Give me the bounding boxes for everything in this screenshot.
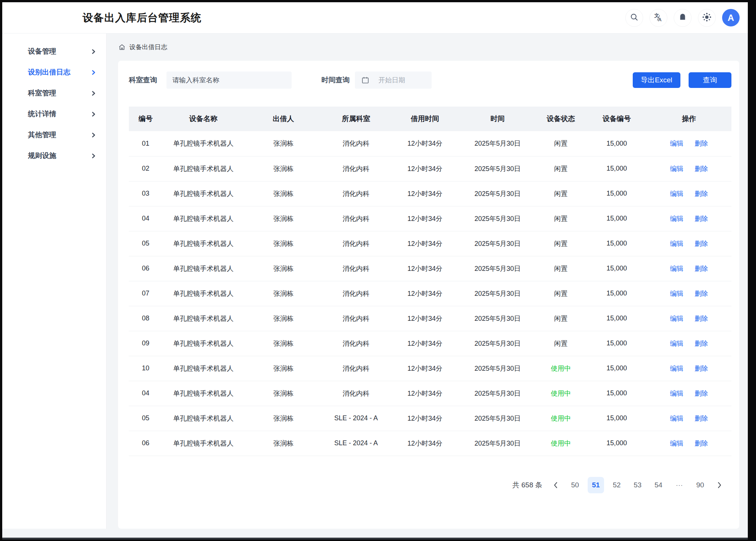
table-row: 06单孔腔镜手术机器人张润栋消化内科12小时34分2025年5月30日闲置15,…	[129, 256, 731, 281]
table-header-row: 编号设备名称出借人所属科室借用时间时间设备状态设备编号操作	[129, 107, 731, 131]
start-date-picker[interactable]: 开始日期	[355, 72, 432, 89]
edit-link[interactable]: 编辑	[670, 340, 683, 347]
sidebar-item-2[interactable]: 设别出借日志	[2, 62, 106, 83]
cell-borrower: 张润栋	[244, 406, 323, 431]
cell-actions: 编辑删除	[647, 381, 731, 406]
cell-id: 06	[129, 431, 162, 456]
cell-device-name: 单孔腔镜手术机器人	[162, 156, 244, 181]
delete-link[interactable]: 删除	[695, 390, 708, 397]
cell-device-code: 15,000	[587, 181, 647, 206]
cell-duration: 12小时34分	[390, 381, 460, 406]
sidebar-item-6[interactable]: 规则设施	[2, 145, 106, 166]
delete-link[interactable]: 删除	[695, 340, 708, 347]
edit-link[interactable]: 编辑	[670, 440, 683, 447]
cell-device-status: 闲置	[535, 256, 587, 281]
table-row: 04单孔腔镜手术机器人张润栋消化内科12小时34分2025年5月30日使用中15…	[129, 381, 731, 406]
delete-link[interactable]: 删除	[695, 140, 708, 147]
cell-device-code: 15,000	[587, 281, 647, 306]
content-card: 科室查询 时间查询 开始日期 导出Excel	[118, 61, 739, 529]
edit-link[interactable]: 编辑	[670, 415, 683, 422]
cell-dept: SLE - 2024 - A	[323, 431, 390, 456]
delete-link[interactable]: 删除	[695, 190, 708, 197]
translate-button[interactable]: 文 A	[649, 9, 667, 27]
sidebar-item-4[interactable]: 统计详情	[2, 104, 106, 124]
table-row: 05单孔腔镜手术机器人张润栋SLE - 2024 - A12小时34分2025年…	[129, 406, 731, 431]
table-row: 08单孔腔镜手术机器人张润栋消化内科12小时34分2025年5月30日闲置15,…	[129, 306, 731, 331]
cell-device-name: 单孔腔镜手术机器人	[162, 331, 244, 356]
edit-link[interactable]: 编辑	[670, 390, 683, 397]
edit-link[interactable]: 编辑	[670, 315, 683, 322]
search-button[interactable]	[625, 9, 643, 27]
cell-date: 2025年5月30日	[460, 156, 535, 181]
query-button[interactable]: 查询	[689, 72, 731, 88]
table-row: 04单孔腔镜手术机器人张润栋消化内科12小时34分2025年5月30日闲置15,…	[129, 206, 731, 231]
delete-link[interactable]: 删除	[695, 265, 708, 272]
pagination-total: 共 658 条	[512, 480, 542, 490]
delete-link[interactable]: 删除	[695, 315, 708, 322]
cell-dept: 消化内科	[323, 306, 390, 331]
delete-link[interactable]: 删除	[695, 415, 708, 422]
cell-actions: 编辑删除	[647, 281, 731, 306]
cell-duration: 12小时34分	[390, 406, 460, 431]
cell-duration: 12小时34分	[390, 231, 460, 256]
cell-duration: 12小时34分	[390, 131, 460, 156]
theme-button[interactable]	[698, 9, 716, 27]
delete-link[interactable]: 删除	[695, 440, 708, 447]
sidebar-item-label: 科室管理	[28, 88, 56, 98]
breadcrumb-label: 设备出借日志	[129, 43, 167, 51]
table-row: 10单孔腔镜手术机器人张润栋消化内科12小时34分2025年5月30日使用中15…	[129, 356, 731, 381]
sidebar-item-3[interactable]: 科室管理	[2, 83, 106, 104]
page-button-53[interactable]: 53	[629, 477, 646, 493]
delete-link[interactable]: 删除	[695, 240, 708, 247]
table-row: 02单孔腔镜手术机器人张润栋消化内科12小时34分2025年5月30日闲置15,…	[129, 156, 731, 181]
edit-link[interactable]: 编辑	[670, 190, 683, 197]
cell-actions: 编辑删除	[647, 156, 731, 181]
cell-dept: 消化内科	[323, 231, 390, 256]
delete-link[interactable]: 删除	[695, 215, 708, 222]
delete-link[interactable]: 删除	[695, 165, 708, 173]
cell-borrower: 张润栋	[244, 206, 323, 231]
page-button-50[interactable]: 50	[567, 477, 583, 493]
cell-dept: 消化内科	[323, 156, 390, 181]
delete-link[interactable]: 删除	[695, 290, 708, 297]
cell-id: 08	[129, 306, 162, 331]
column-header-7: 设备状态	[535, 107, 587, 131]
page-button-54[interactable]: 54	[650, 477, 667, 493]
edit-link[interactable]: 编辑	[670, 215, 683, 222]
chevron-right-icon	[92, 153, 96, 159]
edit-link[interactable]: 编辑	[670, 240, 683, 247]
page-button-51[interactable]: 51	[588, 477, 604, 493]
app-title: 设备出入库后台管理系统	[83, 11, 201, 25]
sidebar-item-1[interactable]: 设备管理	[2, 41, 106, 62]
edit-link[interactable]: 编辑	[670, 365, 683, 372]
prev-page-button[interactable]	[549, 477, 562, 493]
chevron-right-icon	[92, 70, 96, 75]
table-row: 07单孔腔镜手术机器人张润栋消化内科12小时34分2025年5月30日闲置15,…	[129, 281, 731, 306]
cell-actions: 编辑删除	[647, 131, 731, 156]
sidebar-item-5[interactable]: 其他管理	[2, 124, 106, 145]
export-excel-button[interactable]: 导出Excel	[633, 72, 680, 88]
column-header-8: 设备编号	[587, 107, 647, 131]
page-button-90[interactable]: 90	[692, 477, 708, 493]
cell-duration: 12小时34分	[390, 206, 460, 231]
cell-duration: 12小时34分	[390, 156, 460, 181]
next-page-button[interactable]	[713, 477, 726, 493]
delete-link[interactable]: 删除	[695, 365, 708, 372]
cell-id: 09	[129, 331, 162, 356]
edit-link[interactable]: 编辑	[670, 290, 683, 297]
start-date-placeholder: 开始日期	[378, 76, 405, 85]
page-button-52[interactable]: 52	[609, 477, 625, 493]
cell-device-status: 闲置	[535, 231, 587, 256]
app-window: 设备出入库后台管理系统 文 A	[2, 2, 748, 540]
cell-dept: 消化内科	[323, 381, 390, 406]
edit-link[interactable]: 编辑	[670, 165, 683, 173]
cell-id: 02	[129, 156, 162, 181]
edit-link[interactable]: 编辑	[670, 140, 683, 147]
dept-query-input[interactable]	[166, 72, 292, 89]
user-avatar[interactable]: A	[722, 9, 740, 26]
notification-button[interactable]	[674, 9, 692, 27]
sidebar-item-label: 其他管理	[28, 130, 56, 140]
cell-actions: 编辑删除	[647, 206, 731, 231]
edit-link[interactable]: 编辑	[670, 265, 683, 272]
cell-date: 2025年5月30日	[460, 231, 535, 256]
